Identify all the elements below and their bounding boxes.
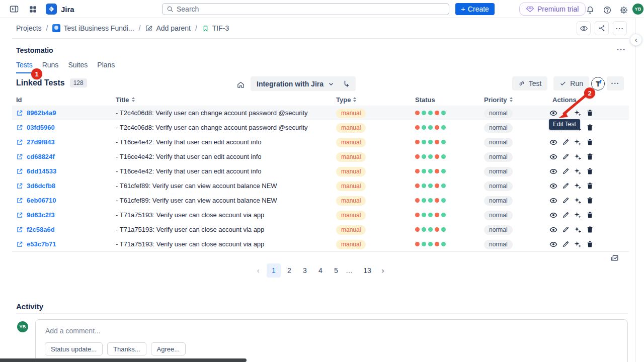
view-test-button[interactable] [549,240,557,248]
branch-selector[interactable]: Integration with Jira [251,76,356,91]
test-row[interactable]: 8962b4a9 - T2c4c06d8: Verify user can ch… [12,106,629,120]
view-test-button[interactable] [549,226,557,234]
test-id-link[interactable]: 9d63c2f3 [27,211,55,219]
test-id-link[interactable]: e53c7b71 [27,240,56,248]
external-link-icon[interactable] [16,197,23,204]
view-test-button[interactable] [549,153,557,161]
issue-more-button[interactable]: ··· [613,21,627,35]
test-id-link[interactable]: 3d6dcfb8 [27,182,55,190]
delete-test-button[interactable] [586,197,594,205]
pagination-page-1[interactable]: 1 [267,263,281,278]
tab-plans[interactable]: Plans [97,61,115,73]
home-button[interactable] [235,79,246,90]
quick-reply-button[interactable]: Status update... [45,342,103,355]
edit-test-button[interactable] [561,138,570,146]
delete-test-button[interactable] [586,226,594,234]
external-link-icon[interactable] [16,153,23,160]
external-link-icon[interactable] [16,226,23,233]
search-input[interactable] [177,5,445,13]
user-avatar[interactable]: YB [632,4,643,15]
breadcrumb-project[interactable]: Test iBusiness Fundi... [52,24,134,32]
edit-test-button[interactable] [561,211,570,219]
test-id-link[interactable]: 6eb06710 [27,197,56,204]
column-header-type[interactable]: Type [336,96,415,104]
ai-generate-button[interactable] [574,197,582,205]
test-row[interactable]: cd68824f - T16ce4e42: Verify that user c… [12,149,629,164]
test-row[interactable]: 27d9f843 - T16ce4e42: Verify that user c… [12,135,629,149]
app-switcher-button[interactable] [27,4,39,15]
test-row[interactable]: f2c58a6d - T71a75193: Verify user can cl… [12,222,629,237]
toolbar-more-button[interactable]: ··· [607,76,624,90]
test-row[interactable]: 6eb06710 - T61cfef89: Verify user can vi… [12,193,629,208]
notifications-button[interactable] [585,5,596,16]
add-parent-button[interactable]: Add parent [145,24,191,32]
external-link-icon[interactable] [16,212,23,219]
ai-generate-button[interactable] [574,138,582,146]
quick-reply-button[interactable]: Thanks... [107,342,146,355]
pagination-page-2[interactable]: 2 [282,263,296,278]
edit-test-button[interactable] [561,197,570,205]
edit-test-button[interactable] [561,226,570,234]
delete-test-button[interactable] [586,153,594,161]
ai-generate-button[interactable] [574,153,582,161]
watch-button[interactable] [577,21,591,35]
share-button[interactable] [595,21,609,35]
test-row[interactable]: 9d63c2f3 - T71a75193: Verify user can cl… [12,208,629,222]
ai-generate-button[interactable] [574,226,582,234]
pagination-page-5[interactable]: 5 [329,263,343,278]
delete-test-button[interactable] [586,124,594,132]
test-id-link[interactable]: 8962b4a9 [27,109,56,117]
tab-suites[interactable]: Suites [68,61,88,73]
ai-generate-button[interactable] [574,182,582,190]
help-button[interactable] [602,5,613,16]
test-id-link[interactable]: 6dd14533 [27,167,56,175]
breadcrumb-projects[interactable]: Projects [16,24,42,32]
column-header-title[interactable]: Title [116,96,336,104]
settings-button[interactable] [618,5,629,16]
quick-reply-button[interactable]: Agree... [151,342,186,355]
collapse-panel-button[interactable]: ‹ [630,34,642,46]
pagination-page-4[interactable]: 4 [313,263,328,278]
pagination-prev[interactable]: ‹ [251,263,265,278]
breadcrumb-issue-key[interactable]: TIF-3 [202,24,229,32]
global-search[interactable] [162,3,449,15]
test-id-link[interactable]: 27d9f843 [27,138,55,146]
test-row[interactable]: 03fd5960 - T2c4c06d8: Verify user can ch… [12,120,629,135]
view-test-button[interactable] [549,167,557,175]
edit-test-button[interactable] [561,240,570,248]
ai-generate-button[interactable] [574,240,582,248]
external-link-icon[interactable] [16,241,23,248]
delete-test-button[interactable] [586,182,594,190]
view-test-button[interactable] [549,182,557,190]
ai-generate-button[interactable] [574,211,582,219]
view-test-button[interactable] [549,211,557,219]
delete-test-button[interactable] [586,167,594,175]
link-test-button[interactable]: Test [512,76,548,90]
view-test-button[interactable] [549,138,557,146]
edit-test-button[interactable] [561,153,570,161]
external-link-icon[interactable] [16,124,23,131]
external-link-icon[interactable] [16,168,23,175]
comment-placeholder[interactable]: Add a comment... [45,327,101,335]
test-row[interactable]: e53c7b71 - T71a75193: Verify user can cl… [12,237,629,251]
test-row[interactable]: 6dd14533 - T16ce4e42: Verify that user c… [12,164,629,178]
tab-tests[interactable]: Tests [16,61,33,73]
testomatio-logo-icon[interactable]: T [591,77,605,90]
pagination-page-3[interactable]: 3 [298,263,312,278]
bulk-select-button[interactable] [610,254,619,263]
comment-box[interactable]: Add a comment... Status update...Thanks.… [35,319,628,362]
sidebar-toggle-button[interactable] [8,3,20,15]
test-id-link[interactable]: f2c58a6d [27,226,55,233]
edit-test-button[interactable] [561,182,570,190]
view-test-button[interactable] [549,197,557,205]
test-id-link[interactable]: cd68824f [27,153,55,160]
delete-test-button[interactable] [586,240,594,248]
delete-test-button[interactable] [586,138,594,146]
test-row[interactable]: 3d6dcfb8 - T61cfef89: Verify user can vi… [12,178,629,193]
jira-brand[interactable]: Jira [46,4,74,15]
tab-runs[interactable]: Runs [42,61,59,73]
create-button[interactable]: + Create [455,3,495,15]
column-header-priority[interactable]: Priority [484,96,552,104]
external-link-icon[interactable] [16,183,23,190]
run-button[interactable]: Run [553,76,589,90]
